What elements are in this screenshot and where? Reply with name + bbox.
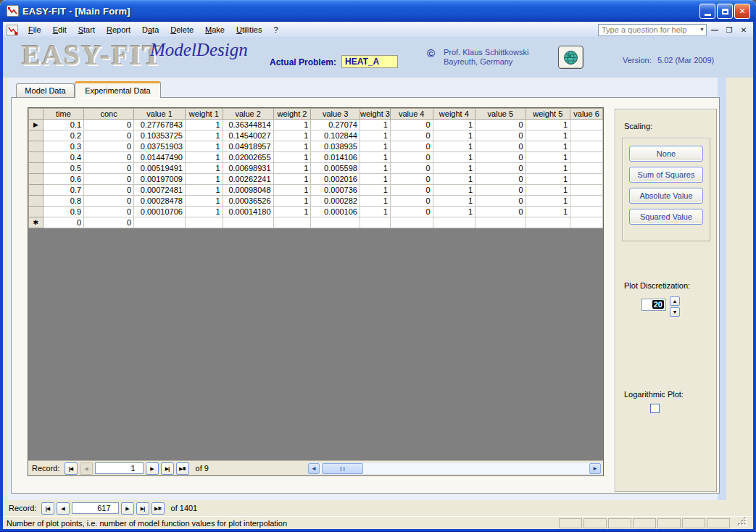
first-record-button[interactable]: |◀ (65, 462, 78, 475)
grid-cell[interactable]: 0.038935 (311, 141, 360, 152)
grid-cell[interactable]: 0.8 (43, 196, 83, 207)
grid-column-header[interactable]: value 5 (475, 109, 526, 120)
scroll-left-button[interactable]: ◄ (308, 463, 320, 474)
grid-cell[interactable]: 1 (273, 152, 311, 163)
grid-cell[interactable]: 0.00014180 (223, 207, 273, 217)
close-button[interactable]: ✕ (734, 4, 750, 19)
grid-cell[interactable]: 1 (360, 174, 390, 185)
spin-up-button[interactable]: ▲ (670, 296, 680, 306)
new-record-button[interactable]: ▶✱ (176, 462, 189, 475)
grid-cell[interactable]: 1 (360, 152, 390, 163)
grid-cell[interactable] (570, 152, 603, 163)
grid-cell[interactable]: 0 (84, 120, 134, 130)
grid-cell[interactable]: 0 (475, 174, 526, 185)
row-selector[interactable] (29, 163, 43, 174)
scaling-sum-of-squares-button[interactable]: Sum of Squares (629, 167, 703, 183)
grid-cell[interactable]: 0 (475, 185, 526, 196)
grid-cell[interactable]: 1 (433, 174, 475, 185)
grid-cell[interactable]: 0.10353725 (134, 130, 186, 141)
grid-cell[interactable]: 0.9 (43, 207, 83, 217)
title-bar[interactable]: EASY-FIT - [Main Form] ✕ (0, 0, 756, 22)
grid-cell[interactable]: 1 (273, 130, 311, 141)
grid-cell[interactable]: 0.02002655 (223, 152, 273, 163)
grid-cell[interactable]: 1 (185, 163, 223, 174)
grid-cell[interactable]: 1 (526, 196, 570, 207)
grid-cell[interactable]: 0 (43, 217, 83, 228)
grid-cell[interactable]: 1 (273, 141, 311, 152)
grid-cell[interactable]: 0 (84, 174, 134, 185)
first-record-button[interactable]: |◀ (41, 502, 54, 515)
grid-cell[interactable]: 0.00028478 (134, 196, 186, 207)
chevron-down-icon[interactable]: ▼ (699, 27, 705, 32)
grid-cell[interactable]: 1 (526, 130, 570, 141)
globe-button[interactable] (558, 46, 583, 69)
grid-cell[interactable]: 1 (526, 174, 570, 185)
grid-cell[interactable]: 0 (390, 163, 433, 174)
grid-column-header[interactable]: value 4 (390, 109, 433, 120)
grid-column-header[interactable]: weight 1 (185, 109, 223, 120)
grid-cell[interactable]: 1 (526, 152, 570, 163)
grid-cell[interactable]: 1 (185, 185, 223, 196)
grid-cell[interactable]: 0.002016 (311, 174, 360, 185)
grid-cell[interactable]: 1 (360, 163, 390, 174)
menu-item-help[interactable]: ? (267, 22, 283, 38)
grid-cell[interactable]: 1 (360, 207, 390, 217)
grid-cell[interactable]: 0.00098048 (223, 185, 273, 196)
grid-cell[interactable]: 0 (390, 120, 433, 130)
grid-cell[interactable]: 0 (84, 196, 134, 207)
grid-cell[interactable]: 0 (390, 141, 433, 152)
grid-cell[interactable]: 0.3 (43, 141, 83, 152)
menu-item-make[interactable]: Make (199, 22, 230, 38)
scaling-squared-value-button[interactable]: Squared Value (629, 209, 703, 225)
grid-cell[interactable]: 0 (84, 130, 134, 141)
record-number-input[interactable]: 617 (72, 502, 119, 514)
grid-cell[interactable]: 1 (433, 185, 475, 196)
grid-cell[interactable] (570, 130, 603, 141)
menu-item-data[interactable]: Data (136, 22, 165, 38)
grid-column-header[interactable]: weight 3 (360, 109, 390, 120)
grid-cell[interactable]: 0 (84, 217, 134, 228)
grid-cell[interactable]: 0.27074 (311, 120, 360, 130)
menu-item-utilities[interactable]: Utilities (230, 22, 267, 38)
grid-cell[interactable]: 1 (526, 141, 570, 152)
grid-cell[interactable]: 0.01447490 (134, 152, 186, 163)
grid-cell[interactable]: 1 (360, 141, 390, 152)
grid-cell[interactable]: 0.000736 (311, 185, 360, 196)
grid-cell[interactable] (570, 196, 603, 207)
grid-cell[interactable]: 1 (273, 120, 311, 130)
row-selector[interactable] (29, 130, 43, 141)
grid-cell[interactable] (570, 163, 603, 174)
grid-cell[interactable]: 0 (84, 185, 134, 196)
spin-down-button[interactable]: ▼ (670, 307, 680, 317)
grid-cell[interactable]: 1 (360, 120, 390, 130)
grid-cell[interactable]: 0 (84, 152, 134, 163)
scaling-none-button[interactable]: None (629, 146, 703, 162)
grid-cell[interactable]: 1 (360, 185, 390, 196)
grid-cell[interactable]: 0 (390, 174, 433, 185)
grid-cell[interactable]: 1 (433, 152, 475, 163)
logarithmic-plot-checkbox[interactable] (650, 404, 660, 413)
grid-cell[interactable]: 0 (390, 207, 433, 217)
help-search-input[interactable]: Type a question for help ▼ (598, 24, 707, 36)
grid-cell[interactable] (570, 141, 603, 152)
grid-cell[interactable]: 0 (390, 196, 433, 207)
last-record-button[interactable]: ▶| (136, 502, 149, 515)
grid-cell[interactable]: 1 (526, 185, 570, 196)
grid-column-header[interactable]: value 1 (134, 109, 186, 120)
grid-cell[interactable]: 1 (185, 130, 223, 141)
grid-cell[interactable] (526, 217, 570, 228)
grid-cell[interactable]: 0.36344814 (223, 120, 273, 130)
grid-cell[interactable]: 1 (185, 196, 223, 207)
grid-cell[interactable]: 0.7 (43, 185, 83, 196)
horizontal-scrollbar[interactable]: ◄ ► (307, 462, 602, 475)
grid-cell[interactable]: 0.00010706 (134, 207, 186, 217)
grid-cell[interactable]: 0 (475, 120, 526, 130)
mdi-minimize-button[interactable]: ― (710, 25, 720, 36)
grid-cell[interactable]: 0 (390, 130, 433, 141)
grid-cell[interactable]: 0 (475, 130, 526, 141)
grid-cell[interactable]: 0.00519491 (134, 163, 186, 174)
grid-cell[interactable]: 0.014106 (311, 152, 360, 163)
grid-column-header[interactable]: time (43, 109, 83, 120)
grid-cell[interactable]: 0.00262241 (223, 174, 273, 185)
plot-discretization-input[interactable]: 20 (641, 299, 666, 311)
